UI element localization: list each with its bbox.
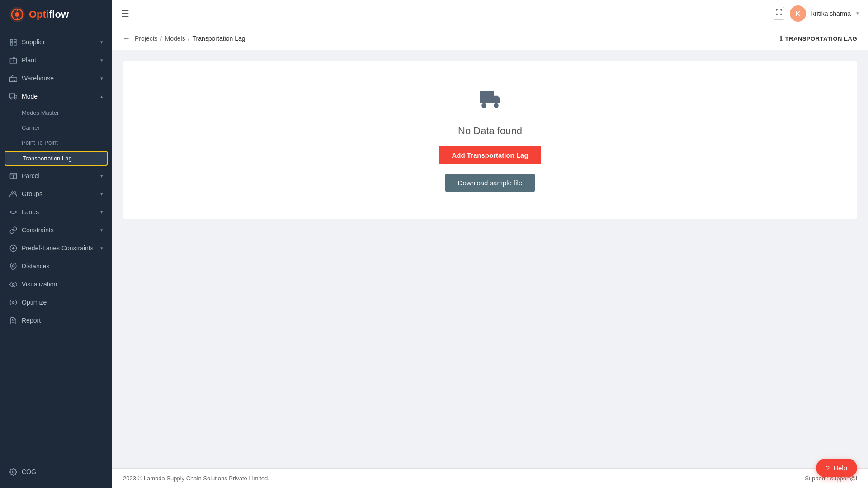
download-sample-file-button[interactable]: Download sample file [445,174,535,192]
plant-icon [9,56,17,64]
lanes-chevron: ▾ [100,209,103,215]
content-area: ← Projects / Models / Transportation Lag… [112,27,868,488]
sidebar-item-constraints[interactable]: Constraints ▾ [0,221,112,239]
sidebar-item-supplier-label: Supplier [22,38,96,46]
report-icon [9,316,17,324]
sidebar-item-distances[interactable]: Distances [0,257,112,275]
sidebar-item-groups-label: Groups [22,190,96,197]
svg-rect-7 [14,42,16,45]
predef-lanes-icon [9,244,17,252]
svg-point-31 [12,471,14,473]
svg-rect-8 [10,42,13,45]
sidebar-item-supplier[interactable]: Supplier ▾ [0,33,112,51]
predef-lanes-chevron: ▾ [100,245,103,251]
mode-icon [9,92,17,100]
carrier-label: Carrier [22,124,40,131]
svg-point-28 [12,301,14,303]
main-content: No Data found Add Transportation Lag Dow… [112,50,868,468]
sidebar-sub-transportation-lag[interactable]: Transportation Lag [5,151,108,166]
constraints-icon [9,226,17,234]
point-to-point-label: Point To Point [22,139,58,146]
sidebar-item-parcel-label: Parcel [22,172,96,179]
no-data-text: No Data found [458,125,522,137]
logo-text: Optiflow [29,9,69,20]
distances-icon [9,262,17,270]
sidebar-item-mode[interactable]: Mode ▴ [0,87,112,105]
sidebar-item-report[interactable]: Report [0,311,112,329]
sidebar-item-mode-label: Mode [22,93,96,100]
sidebar-item-lanes[interactable]: Lanes ▾ [0,203,112,221]
help-icon: ? [826,464,830,472]
plant-chevron: ▾ [100,57,103,63]
sidebar-item-visualization-label: Visualization [22,281,103,288]
sidebar-item-plant[interactable]: Plant ▾ [0,51,112,69]
sidebar-item-report-label: Report [22,317,103,324]
sidebar-navigation: Supplier ▾ Plant ▾ Warehouse ▾ Mode ▴ [0,29,112,459]
svg-marker-33 [494,96,500,103]
groups-chevron: ▾ [100,191,103,197]
svg-point-35 [494,103,498,108]
sidebar-sub-modes-master[interactable]: Modes Master [0,105,112,120]
add-transportation-lag-button[interactable]: Add Transportation Lag [439,146,541,164]
fullscreen-button[interactable] [774,7,784,20]
sidebar-item-plant-label: Plant [22,56,96,64]
supplier-chevron: ▾ [100,39,103,45]
svg-point-2 [15,12,19,17]
transportation-lag-label: Transportation Lag [23,155,72,162]
back-button[interactable]: ← [123,34,130,42]
supplier-icon [9,38,17,46]
visualization-icon [9,280,17,288]
page-title: TRANSPORTATION LAG [785,35,857,42]
warehouse-chevron: ▾ [100,75,103,81]
sidebar-item-predef-lanes-label: Predef-Lanes Constraints [22,244,96,252]
svg-point-16 [10,98,12,99]
truck-icon [476,88,505,116]
sidebar-item-cog-label: COG [22,468,103,475]
footer-copyright: 2023 © Lambda Supply Chain Solutions Pri… [123,475,269,482]
svg-rect-5 [10,39,13,42]
content-panel: No Data found Add Transportation Lag Dow… [123,61,857,219]
breadcrumb-sep1: / [160,35,162,42]
warehouse-icon [9,74,17,82]
avatar: K [790,5,806,22]
sidebar-item-warehouse[interactable]: Warehouse ▾ [0,69,112,87]
page-title-area: ℹ TRANSPORTATION LAG [780,35,857,42]
hamburger-button[interactable]: ☰ [121,8,129,19]
sidebar-item-optimize[interactable]: Optimize [0,293,112,311]
topbar-right: K kritika sharma ▾ [774,5,859,22]
breadcrumb: ← Projects / Models / Transportation Lag [123,34,245,42]
breadcrumb-models[interactable]: Models [165,35,185,42]
footer: 2023 © Lambda Supply Chain Solutions Pri… [112,468,868,488]
help-button[interactable]: ? Help [816,459,857,477]
sidebar-item-predef-lanes[interactable]: Predef-Lanes Constraints ▾ [0,239,112,257]
svg-point-34 [481,103,486,108]
sidebar-item-groups[interactable]: Groups ▾ [0,185,112,203]
logo-area: Optiflow [0,0,112,29]
sidebar-item-parcel[interactable]: Parcel ▾ [0,167,112,185]
topbar-left: ☰ [121,8,129,19]
sidebar-item-cog[interactable]: COG [0,463,112,481]
constraints-chevron: ▾ [100,227,103,233]
sidebar-item-warehouse-label: Warehouse [22,75,96,82]
groups-icon [9,190,17,198]
modes-master-label: Modes Master [22,109,59,116]
breadcrumb-sep2: / [188,35,190,42]
sidebar-sub-carrier[interactable]: Carrier [0,120,112,135]
sidebar-item-constraints-label: Constraints [22,226,96,234]
sidebar-sub-point-to-point[interactable]: Point To Point [0,135,112,150]
user-name: kritika sharma [811,10,851,17]
sidebar-item-optimize-label: Optimize [22,299,103,306]
breadcrumb-projects[interactable]: Projects [135,35,158,42]
info-icon: ℹ [780,35,783,42]
svg-point-27 [12,283,14,285]
user-dropdown-button[interactable]: ▾ [856,10,859,16]
sidebar-item-lanes-label: Lanes [22,208,96,216]
sidebar-item-distances-label: Distances [22,263,103,270]
breadcrumb-current: Transportation Lag [193,35,245,42]
svg-rect-11 [9,78,17,82]
breadcrumb-bar: ← Projects / Models / Transportation Lag… [112,27,868,50]
help-label: Help [833,464,847,472]
main-area: ☰ K kritika sharma ▾ ← Projects / Models… [112,0,868,488]
lanes-icon [9,208,17,216]
sidebar-item-visualization[interactable]: Visualization [0,275,112,293]
